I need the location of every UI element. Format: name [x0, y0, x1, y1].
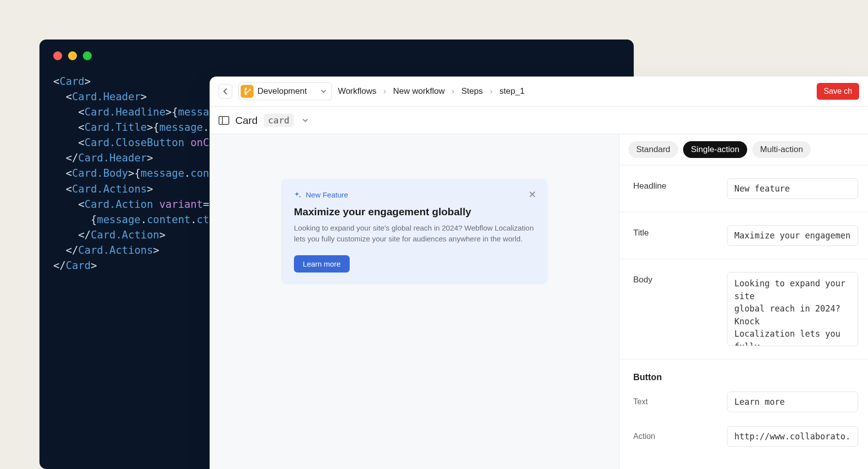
variant-tabs: Standard Single-action Multi-action — [619, 134, 868, 165]
window-traffic-lights — [53, 51, 620, 60]
field-button-action-label: Action — [633, 432, 717, 441]
body-textarea[interactable]: Looking to expand your site global reach… — [727, 272, 858, 346]
field-title-label: Title — [633, 225, 717, 238]
breadcrumb-new-workflow[interactable]: New workflow — [393, 86, 445, 96]
card-headline-text: New Feature — [306, 191, 348, 199]
card-title-text: Maximize your engagement globally — [294, 206, 535, 218]
inspector-panel: Standard Single-action Multi-action Head… — [619, 134, 868, 469]
chevron-right-icon: › — [452, 86, 455, 96]
environment-label: Development — [257, 86, 307, 96]
main-content: ✕ New Feature Maximize your engagement g… — [210, 134, 868, 469]
button-text-input[interactable] — [727, 391, 858, 412]
field-body-row: Body Looking to expand your site global … — [619, 259, 868, 359]
field-button-text-label: Text — [633, 397, 717, 406]
close-icon[interactable]: ✕ — [528, 189, 537, 200]
headline-input[interactable] — [727, 178, 858, 199]
header-bar: Development Workflows › New workflow › S… — [210, 77, 868, 107]
minimize-window-button[interactable] — [68, 51, 77, 60]
tab-multi-action[interactable]: Multi-action — [752, 141, 811, 158]
preview-card: ✕ New Feature Maximize your engagement g… — [281, 179, 547, 284]
breadcrumb-step1[interactable]: step_1 — [500, 86, 525, 96]
card-body-text: Looking to expand your site's global rea… — [294, 223, 535, 244]
sparkle-icon — [294, 191, 302, 199]
button-section-header: Button — [619, 359, 868, 385]
save-button[interactable]: Save ch — [817, 83, 859, 100]
app-window: Development Workflows › New workflow › S… — [210, 77, 868, 469]
field-body-label: Body — [633, 272, 717, 285]
back-button[interactable] — [218, 84, 232, 99]
step-menu-button[interactable] — [302, 116, 309, 125]
environment-selector[interactable]: Development — [238, 82, 332, 100]
toolbar: Card card — [210, 107, 868, 134]
card-action-button[interactable]: Learn more — [294, 255, 350, 273]
close-window-button[interactable] — [53, 51, 62, 60]
step-title: Card — [235, 115, 258, 126]
title-input[interactable] — [727, 225, 858, 246]
button-action-input[interactable] — [727, 426, 858, 447]
chevron-right-icon: › — [383, 86, 386, 96]
step-id-badge: card — [264, 114, 294, 127]
breadcrumbs: Workflows › New workflow › Steps › step_… — [338, 86, 525, 96]
field-button-text-row: Text — [619, 385, 868, 419]
card-headline: New Feature — [294, 191, 535, 199]
preview-pane: ✕ New Feature Maximize your engagement g… — [210, 134, 619, 469]
fields-list: Headline Title Body Looking to expand yo… — [619, 165, 868, 454]
tab-single-action[interactable]: Single-action — [683, 141, 747, 158]
field-button-action-row: Action — [619, 419, 868, 454]
field-title-row: Title — [619, 212, 868, 259]
panel-left-icon[interactable] — [218, 116, 229, 125]
field-headline-row: Headline — [619, 165, 868, 212]
tab-standard[interactable]: Standard — [628, 141, 678, 158]
branch-icon — [241, 85, 253, 98]
maximize-window-button[interactable] — [83, 51, 92, 60]
button-section: Button Text Action — [619, 359, 868, 454]
field-headline-label: Headline — [633, 178, 717, 191]
breadcrumb-steps[interactable]: Steps — [461, 86, 482, 96]
chevron-right-icon: › — [490, 86, 493, 96]
breadcrumb-workflows[interactable]: Workflows — [338, 86, 376, 96]
